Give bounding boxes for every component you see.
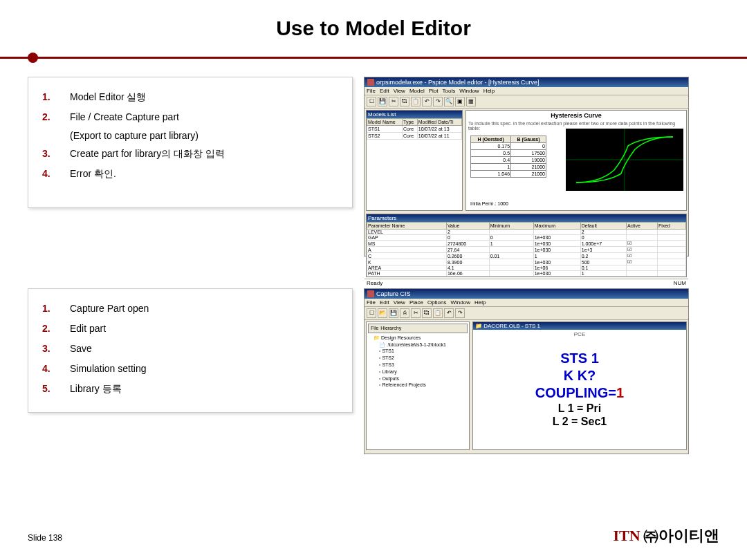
list-item-sub: (Export to capture part library) <box>70 130 338 141</box>
new-icon[interactable]: ☐ <box>367 308 376 318</box>
undo-icon[interactable]: ↶ <box>422 97 432 106</box>
list-item: 1.Capture Part open <box>42 301 338 316</box>
fit-icon[interactable]: ▣ <box>455 97 465 106</box>
menubar[interactable]: FileEditViewModelPlotToolsWindowHelp <box>365 87 688 95</box>
save-icon[interactable]: 💾 <box>378 97 387 106</box>
cut-icon[interactable]: ✂ <box>411 308 421 318</box>
sym-l2: L 2 = Sec1 <box>473 415 686 428</box>
menu-item[interactable]: View <box>394 299 405 306</box>
schematic-panel: 📁 DACORE.OLB - STS 1 PCE STS 1 K K? COUP… <box>472 321 687 450</box>
hysteresis-plot <box>566 129 683 191</box>
menubar[interactable]: FileEditViewPlaceOptionsWindowHelp <box>365 299 688 307</box>
paste-icon[interactable]: 📋 <box>411 97 421 106</box>
menu-item[interactable]: Edit <box>380 299 389 306</box>
list-item: 3.Create part for library의 대화창 입력 <box>42 147 338 161</box>
list-item: 3.Save <box>42 342 338 356</box>
menu-item[interactable]: File <box>367 299 376 306</box>
save-icon[interactable]: 💾 <box>389 308 398 318</box>
list-item: 5.Library 등록 <box>42 382 338 396</box>
tree-item[interactable]: ▫ Referenced Projects <box>368 382 468 389</box>
tree-item[interactable]: 📄 .\tdcore\tesla\ts5-1-2\block1 <box>368 342 468 348</box>
menu-item[interactable]: File <box>367 88 376 94</box>
instruction-box-2: 1.Capture Part open2.Edit part3.Save4.Si… <box>28 288 353 413</box>
models-list-panel: Models List Model NameTypeModified Date/… <box>366 110 463 211</box>
parameters-header: Parameters <box>367 214 686 222</box>
hysteresis-title: Hysteresis Curve <box>466 111 686 120</box>
hysteresis-panel: Hysteresis Curve To include this spec. i… <box>465 110 687 211</box>
list-item: 4.Error 확인. <box>42 167 338 181</box>
menu-item[interactable]: Options <box>427 299 447 306</box>
parameters-table[interactable]: Parameter NameValueMinimumMaximumDefault… <box>367 222 686 277</box>
brand: ITN ㈜아이티앤 <box>613 525 719 546</box>
init-perm: Initia Perm.: 1000 <box>470 201 508 206</box>
tree-item[interactable]: ▫ STS2 <box>368 355 468 362</box>
app-icon <box>367 79 374 86</box>
open-icon[interactable]: ☐ <box>367 97 376 106</box>
zoom-icon[interactable]: 🔍 <box>444 97 454 106</box>
menu-item[interactable]: Help <box>483 88 495 94</box>
paste-icon[interactable]: 📋 <box>433 308 443 318</box>
titlebar: Capture CIS <box>365 289 688 299</box>
divider <box>0 57 747 59</box>
slide-number: Slide 138 <box>28 533 62 543</box>
menu-item[interactable]: Place <box>409 299 423 306</box>
sym-l1: L 1 = Pri <box>473 402 686 415</box>
toolbar[interactable]: ☐📂💾⎙✂⿻📋↶↷ <box>365 307 688 320</box>
menu-item[interactable]: Tools <box>442 88 455 94</box>
capture-app: Capture CIS FileEditViewPlaceOptionsWind… <box>364 288 689 454</box>
menu-item[interactable]: Help <box>474 299 486 306</box>
list-item: 2.Edit part <box>42 321 338 336</box>
model-editor-app: orpsimodelw.exe - Pspice Model editor - … <box>364 77 689 256</box>
list-item: 1.Model Editor 실행 <box>42 90 338 104</box>
app-icon <box>367 290 374 297</box>
instruction-box-1: 1.Model Editor 실행2.File / Create Capture… <box>28 77 353 208</box>
toolbar[interactable]: ☐💾✂⿻📋↶↷🔍▣▦ <box>365 95 688 109</box>
titlebar: orpsimodelw.exe - Pspice Model editor - … <box>365 77 688 87</box>
list-item: 4.Simulation setting <box>42 362 338 376</box>
menu-item[interactable]: Model <box>409 88 425 94</box>
list-item: 2.File / Create Capture part <box>42 110 338 124</box>
models-list-header: Models List <box>367 111 462 118</box>
tree-item[interactable]: ▫ Library <box>368 368 468 375</box>
pce-label: PCE <box>473 330 686 339</box>
models-table[interactable]: Model NameTypeModified Date/TiSTS1Core10… <box>367 118 462 140</box>
tree-item[interactable]: ▫ Outputs <box>368 375 468 382</box>
page-title: Use to Model Editor <box>0 0 747 40</box>
print-icon[interactable]: ⎙ <box>400 308 409 318</box>
tree-item[interactable]: ▫ STS1 <box>368 348 468 355</box>
menu-item[interactable]: Edit <box>380 88 389 94</box>
grid-icon[interactable]: ▦ <box>466 97 476 106</box>
schematic-title: 📁 DACORE.OLB - STS 1 <box>473 322 686 330</box>
cut-icon[interactable]: ✂ <box>389 97 398 106</box>
sym-refdes: STS 1 <box>473 350 686 367</box>
redo-icon[interactable]: ↷ <box>433 97 443 106</box>
copy-icon[interactable]: ⿻ <box>422 308 432 318</box>
menu-item[interactable]: View <box>394 88 405 94</box>
menu-item[interactable]: Window <box>459 88 479 94</box>
open-icon[interactable]: 📂 <box>378 308 387 318</box>
tree-tabs[interactable]: FileHierarchy <box>368 324 468 333</box>
tree-item[interactable]: ▫ STS3 <box>368 362 468 368</box>
statusbar: ReadyNUM <box>365 279 688 287</box>
copy-icon[interactable]: ⿻ <box>400 97 409 106</box>
bh-table[interactable]: H (Oersted)B (Gauss)0.17500.5175000.4190… <box>470 136 546 178</box>
tree-root[interactable]: 📁 Design Resources <box>368 335 468 342</box>
sym-coupling: COUPLING=1 <box>473 384 686 402</box>
schematic-symbol: STS 1 K K? COUPLING=1 L 1 = Pri L 2 = Se… <box>473 339 686 428</box>
undo-icon[interactable]: ↶ <box>444 308 454 318</box>
menu-item[interactable]: Plot <box>429 88 439 94</box>
parameters-panel: Parameters Parameter NameValueMinimumMax… <box>366 214 687 277</box>
project-tree[interactable]: FileHierarchy 📁 Design Resources 📄 .\tdc… <box>366 321 470 450</box>
redo-icon[interactable]: ↷ <box>455 308 465 318</box>
sym-kk: K K? <box>473 367 686 384</box>
menu-item[interactable]: Window <box>450 299 470 306</box>
